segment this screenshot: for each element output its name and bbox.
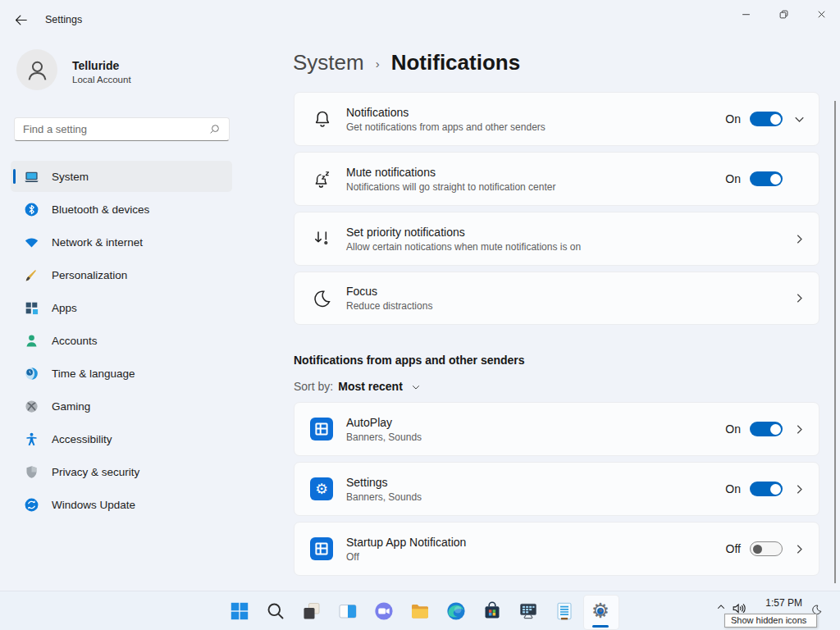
sidebar-item-label: Network & internet bbox=[52, 236, 143, 249]
sidebar-item-label: System bbox=[52, 171, 89, 183]
taskbar-settings-icon[interactable]: ⚙ bbox=[590, 600, 611, 622]
sidebar-item-bluetooth-devices[interactable]: Bluetooth & devices bbox=[11, 194, 232, 225]
show-hidden-icons-button[interactable] bbox=[715, 601, 727, 613]
toggle-switch[interactable] bbox=[750, 482, 783, 496]
sidebar-item-label: Accounts bbox=[52, 335, 98, 347]
toggle-switch[interactable] bbox=[750, 541, 783, 556]
card-subtitle: Banners, Sounds bbox=[346, 431, 422, 443]
clock[interactable]: 1:57 PM bbox=[751, 597, 802, 609]
taskbar-store-icon[interactable] bbox=[482, 600, 503, 622]
taskbar-start-icon[interactable] bbox=[229, 600, 250, 622]
close-button[interactable] bbox=[802, 0, 840, 28]
sidebar-item-apps[interactable]: Apps bbox=[11, 292, 232, 323]
breadcrumb-parent[interactable]: System bbox=[293, 50, 364, 75]
focus-moon-icon bbox=[312, 288, 333, 309]
sidebar-item-label: Windows Update bbox=[52, 499, 135, 511]
taskbar-file-explorer-icon[interactable] bbox=[409, 600, 431, 622]
app-card-settings[interactable]: ⚙SettingsBanners, SoundsOn bbox=[294, 462, 819, 516]
toggle-switch[interactable] bbox=[750, 171, 783, 186]
app-card-autoplay[interactable]: AutoPlayBanners, SoundsOn bbox=[294, 402, 819, 456]
taskbar: ⚙ bbox=[0, 591, 840, 630]
selected-indicator bbox=[13, 169, 16, 184]
taskbar-search-icon[interactable] bbox=[265, 600, 286, 622]
settings-app-icon: ⚙ bbox=[310, 477, 333, 500]
accessibility-icon bbox=[24, 431, 39, 447]
search-input[interactable]: Find a setting bbox=[14, 117, 230, 141]
taskbar-edge-icon[interactable] bbox=[445, 600, 467, 622]
back-button[interactable] bbox=[13, 12, 29, 28]
maximize-restore-button[interactable] bbox=[765, 0, 802, 28]
sidebar-item-system[interactable]: System bbox=[11, 161, 232, 192]
time-language-icon bbox=[24, 366, 39, 381]
chevron-down-icon[interactable] bbox=[789, 109, 809, 129]
chevron-spacer bbox=[789, 169, 809, 189]
priority-icon bbox=[312, 228, 333, 249]
setting-card-focus[interactable]: FocusReduce distractions bbox=[294, 272, 819, 325]
sidebar-item-privacy-security[interactable]: Privacy & security bbox=[11, 456, 232, 487]
avatar[interactable] bbox=[16, 49, 57, 90]
taskbar-task-view-icon[interactable] bbox=[301, 600, 322, 622]
card-subtitle: Banners, Sounds bbox=[346, 491, 422, 503]
sidebar-item-label: Gaming bbox=[52, 400, 90, 413]
sidebar-item-accounts[interactable]: Accounts bbox=[11, 325, 232, 356]
taskbar-notepad-icon[interactable] bbox=[554, 600, 575, 622]
card-title: Settings bbox=[346, 476, 422, 489]
minimize-button[interactable] bbox=[727, 0, 765, 28]
bell-sleep-icon bbox=[312, 168, 333, 189]
card-subtitle: Notifications will go straight to notifi… bbox=[346, 181, 555, 193]
sidebar-item-personalization[interactable]: Personalization bbox=[11, 259, 232, 290]
taskbar-snap-window-icon[interactable] bbox=[337, 600, 358, 622]
sidebar-item-network-internet[interactable]: Network & internet bbox=[11, 226, 232, 258]
sidebar-item-windows-update[interactable]: Windows Update bbox=[11, 489, 232, 520]
card-subtitle: Reduce distractions bbox=[346, 300, 432, 312]
card-subtitle: Allow certain notications when mute noti… bbox=[346, 241, 581, 253]
chevron-right-icon bbox=[789, 539, 809, 559]
card-title: AutoPlay bbox=[346, 416, 422, 429]
card-title: Mute notifications bbox=[346, 166, 555, 179]
setting-card-notifications[interactable]: NotificationsGet notifications from apps… bbox=[294, 92, 819, 146]
toggle-state-label: Off bbox=[726, 542, 741, 555]
chevron-down-icon bbox=[410, 381, 422, 393]
gaming-icon bbox=[24, 399, 39, 414]
card-title: Focus bbox=[346, 285, 432, 298]
sort-by-value: Most recent bbox=[338, 380, 403, 393]
sidebar-item-accessibility[interactable]: Accessibility bbox=[11, 423, 232, 454]
card-title: Notifications bbox=[346, 106, 546, 119]
toggle-state-label: On bbox=[725, 482, 741, 495]
app-card-startup-app-notification[interactable]: Startup App NotificationOffOff bbox=[294, 522, 819, 576]
sidebar-item-time-language[interactable]: Time & language bbox=[11, 358, 232, 389]
breadcrumb: System › Notifications bbox=[293, 48, 520, 77]
toggle-switch[interactable] bbox=[750, 112, 783, 126]
window-controls bbox=[727, 0, 840, 28]
scrollbar[interactable] bbox=[834, 101, 836, 583]
window-title: Settings bbox=[45, 14, 82, 25]
user-name: Telluride bbox=[72, 59, 119, 72]
system-icon bbox=[24, 169, 39, 185]
toggle-state-label: On bbox=[725, 172, 741, 185]
sidebar-item-label: Time & language bbox=[52, 368, 135, 380]
toggle-knob bbox=[770, 424, 781, 435]
toggle-knob bbox=[770, 484, 781, 495]
chevron-right-icon bbox=[789, 229, 809, 249]
apps-section-header: Notifications from apps and other sender… bbox=[294, 354, 525, 367]
sidebar-item-gaming[interactable]: Gaming bbox=[11, 390, 232, 422]
accounts-icon bbox=[24, 333, 39, 349]
sidebar-item-label: Bluetooth & devices bbox=[52, 203, 149, 216]
breadcrumb-separator-icon: › bbox=[376, 57, 380, 71]
taskbar-chat-icon[interactable] bbox=[373, 600, 395, 622]
sort-by-control[interactable]: Sort by: Most recent bbox=[294, 380, 422, 393]
toggle-knob bbox=[770, 174, 781, 185]
svg-text:⚙: ⚙ bbox=[315, 481, 328, 497]
card-title: Startup App Notification bbox=[346, 536, 466, 549]
toggle-switch[interactable] bbox=[750, 422, 783, 436]
toggle-state-label: On bbox=[725, 422, 741, 436]
autoplay-app-icon bbox=[310, 418, 333, 441]
toggle-knob bbox=[753, 545, 762, 554]
toggle-knob bbox=[770, 114, 781, 125]
setting-card-mute-notifications[interactable]: Mute notificationsNotifications will go … bbox=[294, 152, 819, 206]
personalization-icon bbox=[24, 267, 39, 283]
card-subtitle: Off bbox=[346, 551, 466, 563]
apps-icon bbox=[24, 300, 39, 316]
taskbar-remote-app-icon[interactable] bbox=[518, 600, 539, 622]
setting-card-set-priority-notifications[interactable]: Set priority notificationsAllow certain … bbox=[294, 212, 819, 266]
